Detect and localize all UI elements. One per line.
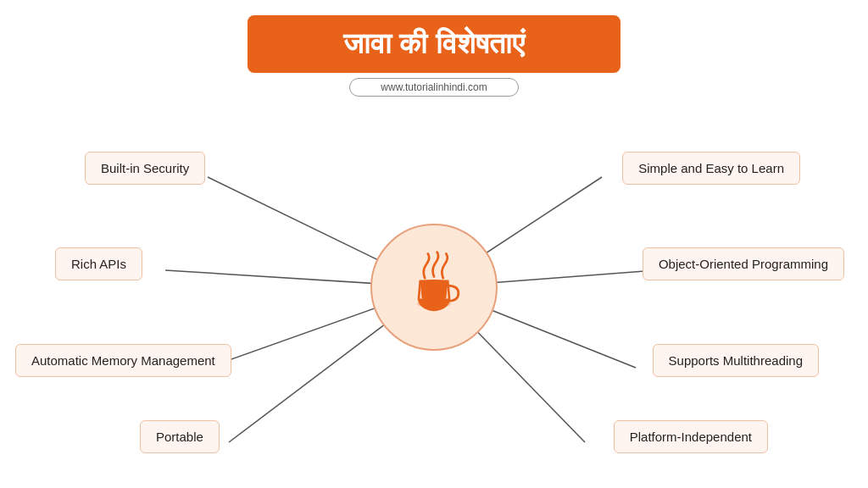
- feature-platform-independent: Platform-Independent: [614, 420, 768, 453]
- title-banner: जावा की विशेषताएं: [248, 15, 620, 73]
- feature-portable: Portable: [140, 420, 220, 453]
- website-badge: www.tutorialinhindi.com: [349, 78, 519, 97]
- feature-built-in-security: Built-in Security: [85, 152, 205, 185]
- java-logo-circle: [370, 224, 498, 351]
- feature-multithreading: Supports Multithreading: [653, 344, 819, 377]
- feature-simple-easy: Simple and Easy to Learn: [622, 152, 800, 185]
- diagram-area: Built-in Security Rich APIs Automatic Me…: [0, 105, 868, 469]
- feature-automatic-memory: Automatic Memory Management: [15, 344, 231, 377]
- java-icon: [396, 249, 472, 325]
- feature-rich-apis: Rich APIs: [55, 247, 142, 280]
- feature-oop: Object-Oriented Programming: [643, 247, 844, 280]
- page-title: जावा की विशेषताएं: [343, 27, 525, 59]
